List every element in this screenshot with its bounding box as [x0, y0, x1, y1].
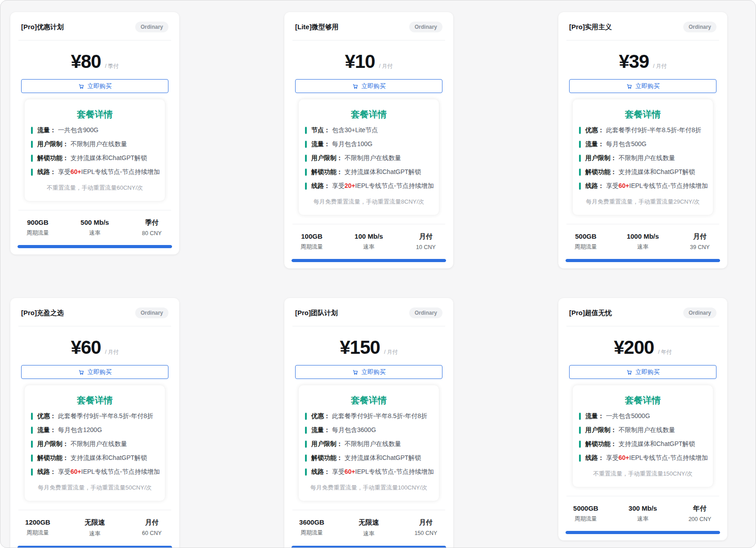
price-period: / 季付 — [105, 62, 119, 70]
feature-item: 优惠：此套餐季付9折-半年8.5折-年付8折 — [579, 126, 707, 134]
plan-details-panel: 套餐详情 优惠：此套餐季付9折-半年8.5折-年付8折 流量：每月包含3600G… — [299, 385, 439, 501]
feature-label: 解锁功能： — [37, 454, 69, 461]
feature-label: 解锁功能： — [311, 454, 343, 461]
feature-value-suffix: IEPL专线节点-节点持续增加 — [355, 182, 434, 189]
stat-label: 周期流量 — [570, 243, 601, 251]
card-header: [Pro]超值无忧 Ordinary — [558, 298, 727, 326]
price-period: / 月付 — [384, 348, 398, 356]
shopping-cart-icon — [78, 369, 84, 375]
feature-label: 优惠： — [585, 126, 604, 134]
feature-item: 优惠：此套餐季付9折-半年8.5折-年付8折 — [305, 412, 433, 420]
feature-label: 用户限制： — [585, 426, 617, 433]
feature-label: 流量： — [37, 426, 56, 433]
stat-label: 10 CNY — [410, 244, 442, 250]
feature-value: 享受 — [606, 182, 619, 189]
feature-value: 包含30+Lite节点 — [332, 126, 378, 134]
feature-label: 解锁功能： — [37, 154, 69, 161]
plan-card: [Pro]超值无忧 Ordinary ¥200 / 年付 立即购买 套餐详情 流… — [558, 298, 727, 540]
reset-policy-note: 每月免费重置流量，手动重置流量50CNY/次 — [31, 484, 159, 492]
stat-value: 无限速 — [79, 518, 111, 527]
feature-list: 优惠：此套餐季付9折-半年8.5折-年付8折 流量：每月包含500G 用户限制：… — [579, 126, 707, 190]
stat-item: 月付 39 CNY — [684, 232, 716, 251]
feature-value-suffix: IEPL专线节点-节点持续增加 — [629, 454, 708, 461]
feature-value: 享受 — [606, 454, 619, 461]
feature-label: 优惠： — [37, 412, 56, 419]
shopping-cart-icon — [626, 83, 632, 89]
stat-value: 5000GB — [570, 504, 601, 512]
feature-value: 不限制用户在线数量 — [345, 154, 401, 161]
feature-value-suffix: IEPL专线节点-节点持续增加 — [81, 168, 160, 175]
card-header: [Pro]优惠计划 Ordinary — [10, 12, 179, 40]
price-period: / 月付 — [105, 348, 119, 356]
feature-value: 享受 — [332, 182, 345, 189]
feature-item: 流量：一共包含900G — [31, 126, 159, 134]
feature-value: 此套餐季付9折-半年8.5折-年付8折 — [332, 412, 427, 419]
price-amount: ¥39 — [619, 52, 649, 71]
progress-bar — [292, 259, 446, 262]
feature-item: 用户限制：不限制用户在线数量 — [31, 440, 159, 448]
stat-label: 周期流量 — [296, 243, 327, 251]
feature-value: 此套餐季付9折-半年8.5折-年付8折 — [58, 412, 153, 419]
feature-label: 线路： — [311, 468, 330, 475]
feature-item: 线路：享受60+IEPL专线节点-节点持续增加 — [31, 468, 159, 476]
card-header: [Pro]实用主义 Ordinary — [558, 12, 727, 40]
stats-row: 500GB 周期流量 1000 Mb/s 速率 月付 39 CNY — [558, 224, 727, 255]
stat-item: 100GB 周期流量 — [296, 232, 327, 251]
feature-value: 每月包含100G — [332, 140, 372, 147]
buy-now-label: 立即购买 — [636, 82, 660, 90]
stat-label: 速率 — [79, 530, 111, 538]
stat-label: 周期流量 — [22, 529, 53, 537]
stat-value: 100GB — [296, 232, 327, 240]
feature-item: 流量：一共包含5000G — [579, 412, 707, 420]
stat-item: 300 Mb/s 速率 — [627, 504, 659, 523]
feature-label: 解锁功能： — [311, 168, 343, 175]
plan-type-badge: Ordinary — [683, 22, 716, 32]
feature-value: 不限制用户在线数量 — [71, 140, 127, 147]
feature-label: 线路： — [585, 182, 604, 189]
stat-item: 季付 80 CNY — [136, 218, 168, 237]
progress-bar-fill — [18, 546, 172, 548]
feature-item: 用户限制：不限制用户在线数量 — [305, 440, 433, 448]
feature-value: 支持流媒体和ChatGPT解锁 — [619, 440, 695, 447]
feature-value: 不限制用户在线数量 — [71, 440, 127, 447]
details-title: 套餐详情 — [305, 394, 433, 406]
price-period: / 月付 — [379, 62, 393, 70]
stat-value: 300 Mb/s — [627, 504, 659, 512]
buy-now-button[interactable]: 立即购买 — [21, 365, 168, 379]
stat-item: 500 Mb/s 速率 — [79, 218, 111, 237]
buy-now-button[interactable]: 立即购买 — [569, 79, 716, 93]
stat-label: 39 CNY — [684, 244, 716, 250]
buy-now-button[interactable]: 立即购买 — [295, 79, 442, 93]
stat-item: 100 Mb/s 速率 — [353, 232, 385, 251]
stat-label: 速率 — [627, 243, 659, 251]
stats-row: 100GB 周期流量 100 Mb/s 速率 月付 10 CNY — [284, 224, 453, 255]
plan-details-panel: 套餐详情 优惠：此套餐季付9折-半年8.5折-年付8折 流量：每月包含1200G… — [25, 385, 165, 501]
stat-item: 月付 10 CNY — [410, 232, 442, 251]
feature-label: 用户限制： — [311, 154, 343, 161]
feature-value: 享受 — [58, 168, 71, 175]
price-period: / 年付 — [658, 348, 672, 356]
feature-value: 每月包含1200G — [58, 426, 102, 433]
feature-highlight: 60+ — [619, 182, 629, 189]
buy-now-label: 立即购买 — [636, 368, 660, 376]
buy-now-button[interactable]: 立即购买 — [21, 79, 168, 93]
stat-item: 1200GB 周期流量 — [22, 518, 53, 538]
reset-policy-note: 不重置流量，手动重置流量150CNY/次 — [579, 470, 707, 478]
page: [Pro]优惠计划 Ordinary ¥80 / 季付 立即购买 套餐详情 流量… — [0, 0, 756, 548]
feature-value-suffix: IEPL专线节点-节点持续增加 — [355, 468, 434, 475]
price-row: ¥10 / 月付 — [284, 40, 453, 79]
feature-list: 流量：一共包含5000G 用户限制：不限制用户在线数量 解锁功能：支持流媒体和C… — [579, 412, 707, 462]
card-header: [Lite]微型够用 Ordinary — [284, 12, 453, 40]
feature-value: 支持流媒体和ChatGPT解锁 — [345, 168, 421, 175]
stat-value: 900GB — [22, 218, 53, 226]
feature-label: 线路： — [37, 168, 56, 175]
plan-details-panel: 套餐详情 优惠：此套餐季付9折-半年8.5折-年付8折 流量：每月包含500G … — [573, 99, 713, 215]
details-title: 套餐详情 — [579, 108, 707, 120]
buy-now-button[interactable]: 立即购买 — [569, 365, 716, 379]
feature-list: 优惠：此套餐季付9折-半年8.5折-年付8折 流量：每月包含1200G 用户限制… — [31, 412, 159, 476]
feature-label: 流量： — [585, 412, 604, 419]
price-row: ¥60 / 月付 — [10, 326, 179, 365]
feature-value: 每月包含500G — [606, 140, 646, 147]
plan-details-panel: 套餐详情 节点：包含30+Lite节点 流量：每月包含100G 用户限制：不限制… — [299, 99, 439, 215]
buy-now-button[interactable]: 立即购买 — [295, 365, 442, 379]
